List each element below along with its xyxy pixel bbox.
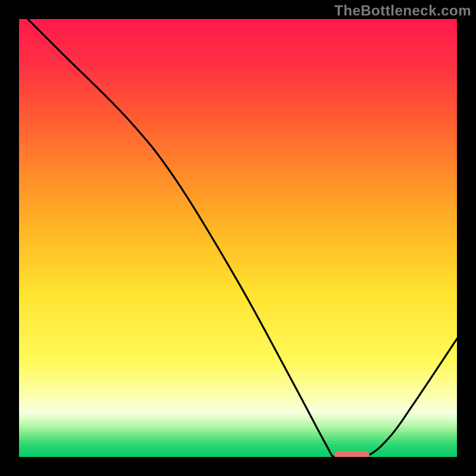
optimal-marker [334,451,369,457]
frame: TheBottleneck.com [0,0,476,476]
bottleneck-curve [19,19,457,457]
plot-area [19,19,457,457]
watermark-text: TheBottleneck.com [334,2,471,19]
